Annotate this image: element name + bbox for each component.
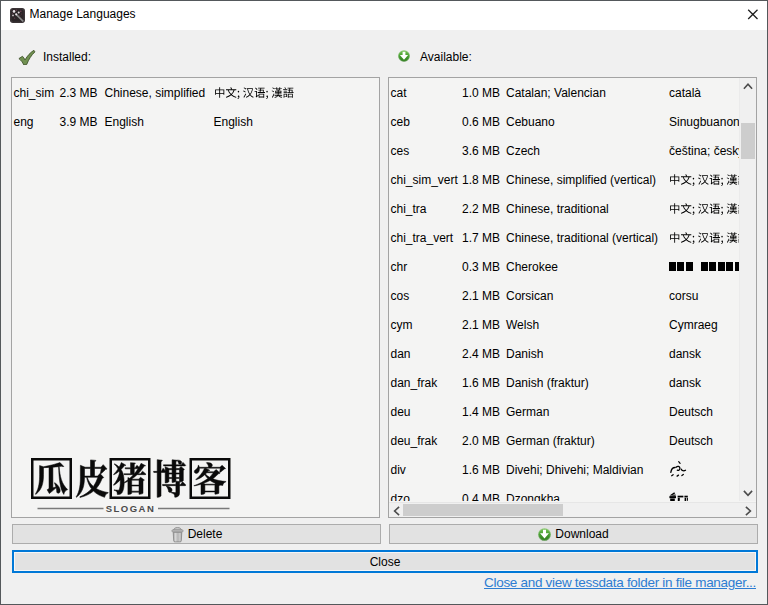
close-window-icon[interactable] bbox=[744, 6, 761, 23]
available-chi_sim_vert-name: Chinese, simplified (vertical) bbox=[506, 165, 656, 194]
available-chi_sim_vert-code: chi_sim_vert bbox=[391, 165, 458, 194]
available-row-cat[interactable]: cat1.0 MBCatalan; Valenciancatalà bbox=[389, 78, 740, 107]
available-row-deu[interactable]: deu1.4 MBGermanDeutsch bbox=[389, 397, 740, 426]
scroll-up-icon[interactable] bbox=[740, 78, 756, 94]
available-div-name: Divehi; Dhivehi; Maldivian bbox=[506, 455, 643, 484]
available-deu-name: German bbox=[506, 397, 549, 426]
available-cos-native: corsu bbox=[669, 281, 740, 310]
available-div-size: 1.6 MB bbox=[462, 455, 500, 484]
available-row-ceb[interactable]: ceb0.6 MBCebuanoSinugbuanong Binisaya bbox=[389, 107, 740, 136]
available-download-icon bbox=[398, 50, 410, 62]
available-rows: cat1.0 MBCatalan; Valenciancatalàceb0.6 … bbox=[389, 78, 740, 501]
svg-text:SLOGAN: SLOGAN bbox=[106, 503, 156, 514]
available-dan-native: dansk bbox=[669, 339, 740, 368]
close-button[interactable]: Close bbox=[12, 550, 758, 573]
available-cat-native: català bbox=[669, 78, 740, 107]
available-row-div[interactable]: div1.6 MBDivehi; Dhivehi; Maldivian bbox=[389, 455, 740, 484]
installed-eng-native: English bbox=[214, 107, 253, 136]
installed-row-eng[interactable]: eng3.9 MBEnglishEnglish bbox=[12, 107, 379, 136]
available-dan-name: Danish bbox=[506, 339, 543, 368]
download-button[interactable]: Download bbox=[389, 524, 758, 544]
available-chi_tra_vert-name: Chinese, traditional (vertical) bbox=[506, 223, 658, 252]
available-chr-native bbox=[669, 252, 740, 281]
available-chi_tra-size: 2.2 MB bbox=[462, 194, 500, 223]
installed-row-chi_sim[interactable]: chi_sim2.3 MBChinese, simplified bbox=[12, 78, 379, 107]
available-cat-code: cat bbox=[391, 78, 407, 107]
available-row-dzo[interactable]: dzo0.4 MBDzongkha bbox=[389, 484, 740, 501]
available-dan_frak-code: dan_frak bbox=[391, 368, 438, 397]
available-dan-code: dan bbox=[391, 339, 411, 368]
scroll-down-icon[interactable] bbox=[740, 485, 756, 501]
vertical-scrollbar[interactable] bbox=[739, 78, 756, 501]
available-chr-code: chr bbox=[391, 252, 408, 281]
installed-chi_sim-code: chi_sim bbox=[14, 78, 55, 107]
available-chr-name: Cherokee bbox=[506, 252, 558, 281]
available-dan_frak-native: dansk bbox=[669, 368, 740, 397]
available-cos-name: Corsican bbox=[506, 281, 553, 310]
available-deu-code: deu bbox=[391, 397, 411, 426]
vertical-scrollbar-thumb[interactable] bbox=[741, 123, 755, 159]
available-cat-name: Catalan; Valencian bbox=[506, 78, 606, 107]
available-div-native bbox=[669, 455, 740, 484]
available-div-code: div bbox=[391, 455, 406, 484]
installed-eng-size: 3.9 MB bbox=[60, 107, 98, 136]
available-deu_frak-native: Deutsch bbox=[669, 426, 740, 455]
window-title: Manage Languages bbox=[30, 0, 136, 29]
tessdata-folder-link[interactable]: Close and view tessdata folder in file m… bbox=[484, 575, 756, 590]
available-row-chi_sim_vert[interactable]: chi_sim_vert1.8 MBChinese, simplified (v… bbox=[389, 165, 740, 194]
available-deu-native: Deutsch bbox=[669, 397, 740, 426]
installed-chi_sim-size: 2.3 MB bbox=[60, 78, 98, 107]
available-cym-size: 2.1 MB bbox=[462, 310, 500, 339]
app-icon bbox=[10, 8, 25, 23]
available-ces-size: 3.6 MB bbox=[462, 136, 500, 165]
manage-languages-dialog: Manage Languages Installed: Available: c… bbox=[0, 0, 768, 605]
available-chi_tra-code: chi_tra bbox=[391, 194, 427, 223]
available-cat-size: 1.0 MB bbox=[462, 78, 500, 107]
available-dzo-native bbox=[669, 484, 740, 501]
available-ceb-native: Sinugbuanong Binisaya bbox=[669, 107, 740, 136]
available-row-ces[interactable]: ces3.6 MBCzechčeština; český jazyk bbox=[389, 136, 740, 165]
installed-eng-code: eng bbox=[14, 107, 34, 136]
available-row-cym[interactable]: cym2.1 MBWelshCymraeg bbox=[389, 310, 740, 339]
available-cos-code: cos bbox=[391, 281, 410, 310]
available-row-dan[interactable]: dan2.4 MBDanishdansk bbox=[389, 339, 740, 368]
close-button-label: Close bbox=[370, 555, 401, 569]
scroll-right-icon[interactable] bbox=[740, 503, 756, 519]
available-row-deu_frak[interactable]: deu_frak2.0 MBGerman (fraktur)Deutsch bbox=[389, 426, 740, 455]
available-cym-native: Cymraeg bbox=[669, 310, 740, 339]
available-cos-size: 2.1 MB bbox=[462, 281, 500, 310]
available-list: cat1.0 MBCatalan; Valenciancatalàceb0.6 … bbox=[388, 77, 757, 518]
available-row-dan_frak[interactable]: dan_frak1.6 MBDanish (fraktur)dansk bbox=[389, 368, 740, 397]
available-chr-size: 0.3 MB bbox=[462, 252, 500, 281]
watermark-logo: SLOGAN bbox=[30, 458, 244, 516]
delete-button[interactable]: Delete bbox=[12, 524, 381, 544]
available-dzo-code: dzo bbox=[391, 484, 410, 501]
available-row-chr[interactable]: chr0.3 MBCherokee bbox=[389, 252, 740, 281]
available-dan-size: 2.4 MB bbox=[462, 339, 500, 368]
available-chi_tra_vert-native bbox=[669, 223, 740, 252]
available-deu_frak-name: German (fraktur) bbox=[506, 426, 595, 455]
available-row-chi_tra_vert[interactable]: chi_tra_vert1.7 MBChinese, traditional (… bbox=[389, 223, 740, 252]
available-dan_frak-name: Danish (fraktur) bbox=[506, 368, 589, 397]
trash-icon bbox=[171, 526, 184, 543]
available-ceb-size: 0.6 MB bbox=[462, 107, 500, 136]
available-chi_tra-native bbox=[669, 194, 740, 223]
horizontal-scrollbar[interactable] bbox=[389, 502, 756, 517]
download-icon bbox=[538, 528, 551, 541]
title-bar: Manage Languages bbox=[1, 1, 767, 30]
available-chi_tra_vert-size: 1.7 MB bbox=[462, 223, 500, 252]
available-row-cos[interactable]: cos2.1 MBCorsicancorsu bbox=[389, 281, 740, 310]
available-chi_sim_vert-size: 1.8 MB bbox=[462, 165, 500, 194]
installed-check-icon bbox=[18, 50, 36, 65]
available-deu_frak-size: 2.0 MB bbox=[462, 426, 500, 455]
available-row-chi_tra[interactable]: chi_tra2.2 MBChinese, traditional bbox=[389, 194, 740, 223]
available-ceb-name: Cebuano bbox=[506, 107, 555, 136]
download-button-label: Download bbox=[555, 527, 608, 541]
horizontal-scrollbar-thumb[interactable] bbox=[403, 504, 563, 516]
available-dan_frak-size: 1.6 MB bbox=[462, 368, 500, 397]
available-ces-name: Czech bbox=[506, 136, 540, 165]
available-ceb-code: ceb bbox=[391, 107, 410, 136]
installed-label: Installed: bbox=[43, 51, 91, 64]
available-chi_tra_vert-code: chi_tra_vert bbox=[391, 223, 454, 252]
available-label: Available: bbox=[420, 51, 472, 64]
